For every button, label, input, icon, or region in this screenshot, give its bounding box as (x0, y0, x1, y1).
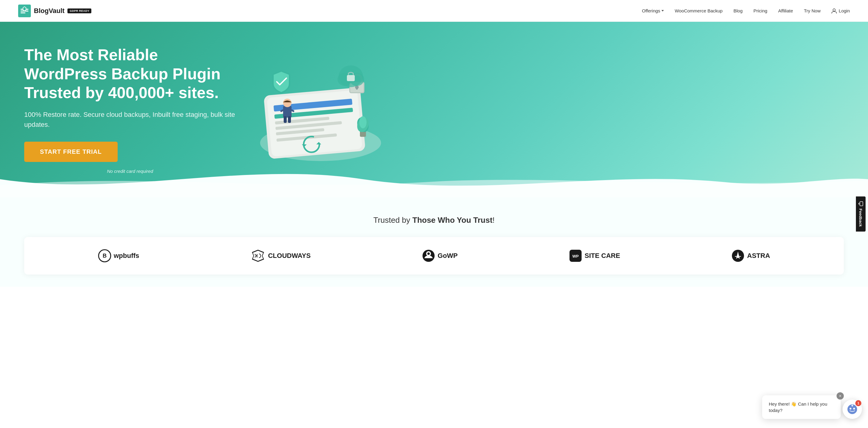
feedback-icon (858, 201, 863, 206)
nav-item-pricing[interactable]: Pricing (753, 8, 767, 13)
svg-rect-3 (21, 12, 25, 13)
brand-logos-container: B wpbuffs CLOUDWAYS GoWP (24, 237, 844, 275)
logo-text: BlogVault (34, 7, 64, 15)
nav-link-blog[interactable]: Blog (734, 8, 743, 13)
svg-rect-32 (347, 75, 355, 81)
nav-link-trynow[interactable]: Try Now (804, 8, 820, 13)
hero-subtitle: 100% Restore rate. Secure cloud backups,… (24, 110, 236, 130)
svg-text:B: B (102, 253, 106, 259)
hero-section: The Most Reliable WordPress Backup Plugi… (0, 22, 868, 197)
brand-logo-gowp: GoWP (422, 249, 458, 262)
nav-item-login[interactable]: Login (831, 8, 850, 13)
gowp-icon (422, 249, 435, 262)
svg-text:WP: WP (572, 254, 579, 258)
hero-svg-illustration (236, 46, 387, 173)
gdpr-badge: GDPR READY (67, 8, 91, 13)
user-icon (831, 8, 837, 13)
svg-rect-18 (283, 106, 291, 117)
blogvault-logo-icon (18, 4, 31, 17)
brand-logo-cloudways: CLOUDWAYS (250, 250, 311, 262)
cloudways-icon (250, 250, 266, 262)
navbar: BlogVault GDPR READY Offerings WooCommer… (0, 0, 868, 22)
feedback-tab[interactable]: Feedback (856, 196, 866, 232)
nav-link-login[interactable]: Login (831, 8, 850, 13)
wpbuffs-icon: B (98, 249, 111, 262)
nav-item-woocommerce[interactable]: WooCommerce Backup (675, 8, 722, 13)
hero-content: The Most Reliable WordPress Backup Plugi… (24, 46, 236, 173)
brand-logo-wpbuffs: B wpbuffs (98, 249, 139, 262)
svg-point-28 (359, 116, 367, 129)
trusted-heading: Trusted by Those Who You Trust! (24, 216, 844, 225)
hero-illustration (236, 46, 393, 173)
svg-point-37 (427, 252, 430, 255)
trusted-section: Trusted by Those Who You Trust! B wpbuff… (0, 197, 868, 287)
sitecare-icon: WP (569, 249, 582, 262)
hero-title: The Most Reliable WordPress Backup Plugi… (24, 46, 236, 102)
brand-logo-astra: ASTRA (731, 249, 770, 262)
nav-item-affiliate[interactable]: Affiliate (778, 8, 793, 13)
nav-link-pricing[interactable]: Pricing (753, 8, 767, 13)
no-credit-text: No credit card required (24, 169, 236, 174)
nav-item-trynow[interactable]: Try Now (804, 8, 820, 13)
svg-point-19 (283, 99, 291, 107)
chevron-down-icon (661, 10, 664, 11)
cta-container: START FREE TRIAL No credit card required (24, 142, 236, 174)
nav-links: Offerings WooCommerce Backup Blog Pricin… (642, 8, 850, 13)
logo-area: BlogVault GDPR READY (18, 4, 91, 17)
nav-link-woocommerce[interactable]: WooCommerce Backup (675, 8, 722, 13)
start-free-trial-button[interactable]: START FREE TRIAL (24, 142, 118, 162)
svg-rect-20 (284, 116, 287, 123)
nav-link-offerings[interactable]: Offerings (642, 8, 664, 13)
svg-rect-21 (288, 116, 291, 123)
brand-logo-sitecare: WP SITE CARE (569, 249, 620, 262)
nav-item-blog[interactable]: Blog (734, 8, 743, 13)
svg-rect-17 (356, 87, 358, 90)
svg-point-4 (833, 9, 835, 11)
feedback-label: Feedback (859, 208, 863, 227)
nav-link-affiliate[interactable]: Affiliate (778, 8, 793, 13)
astra-icon (731, 249, 745, 262)
nav-item-offerings[interactable]: Offerings (642, 8, 664, 13)
svg-rect-41 (860, 202, 863, 206)
